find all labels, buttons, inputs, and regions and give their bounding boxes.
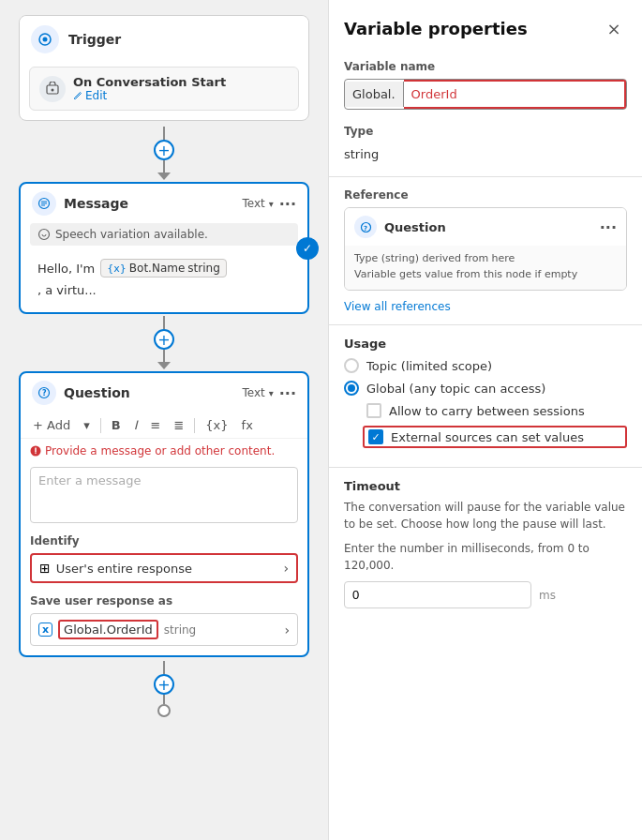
timeout-input-row: ms — [344, 581, 627, 608]
divider-1 — [329, 176, 642, 177]
var-name-value[interactable]: OrderId — [404, 80, 626, 109]
save-row[interactable]: x Global.OrderId string › — [30, 613, 298, 646]
speech-variation: Speech variation available. — [30, 223, 298, 246]
trigger-subcard-text: On Conversation Start Edit — [73, 75, 226, 102]
identify-label: Identify — [21, 531, 307, 549]
bold-btn[interactable]: B — [109, 416, 124, 434]
ref-icon: ? — [354, 216, 377, 238]
timeout-unit: ms — [539, 589, 556, 602]
add-btn[interactable]: + Add — [30, 416, 73, 434]
message-header: Message Text ▾ ··· — [21, 184, 307, 223]
checkbox-carry[interactable]: Allow to carry between sessions — [366, 403, 627, 418]
radio-topic-label: Topic (limited scope) — [366, 359, 492, 373]
bot-name-chip[interactable]: {x} Bot.Name string — [100, 259, 226, 278]
reference-card: ? Question ··· Type (string) derived fro… — [344, 207, 627, 291]
list-btn[interactable]: ≡ — [148, 416, 164, 434]
reference-section: Reference ? Question ··· Type (string) d… — [329, 181, 642, 321]
type-value: string — [344, 143, 627, 165]
trigger-subcard-label: On Conversation Start — [73, 75, 226, 89]
connector-line-2 — [163, 160, 165, 173]
identify-value: User's entire response — [56, 562, 192, 576]
type-label: Type — [344, 125, 627, 138]
trigger-subcard: On Conversation Start Edit — [29, 67, 299, 111]
question-header: ? Question Text ▾ ··· — [21, 373, 307, 412]
toolbar-sep-2 — [194, 418, 195, 433]
right-panel: Variable properties × Variable name Glob… — [328, 0, 642, 840]
ref-desc-2: Variable gets value from this node if em… — [354, 267, 617, 283]
svg-point-1 — [43, 38, 48, 42]
timeout-title: Timeout — [344, 479, 627, 493]
close-btn[interactable]: × — [601, 15, 627, 41]
message-type-badge[interactable]: Text ▾ — [242, 197, 273, 210]
message-header-left: Message — [32, 191, 128, 216]
add-chevron[interactable]: ▾ — [81, 416, 93, 434]
usage-section: Usage Topic (limited scope) Global (any … — [329, 329, 642, 463]
var-prefix: Global. — [345, 82, 404, 107]
ref-desc-1: Type (string) derived from here — [354, 251, 617, 267]
chevron-right-icon-2: › — [284, 622, 290, 638]
bottom-line-2 — [163, 695, 165, 704]
reference-card-body: Type (string) derived from here Variable… — [345, 246, 626, 290]
view-all-refs-link[interactable]: View all references — [344, 300, 451, 313]
var-btn[interactable]: {x} — [202, 416, 231, 434]
italic-btn[interactable]: I — [131, 416, 141, 434]
message-textarea[interactable]: Enter a message — [30, 467, 298, 523]
svg-text:?: ? — [42, 389, 47, 398]
timeout-section: Timeout The conversation will pause for … — [329, 472, 642, 616]
save-var-x-icon: x — [38, 622, 52, 637]
bottom-line — [163, 661, 165, 674]
numbered-list-btn[interactable]: ≣ — [171, 416, 187, 434]
message-more-btn[interactable]: ··· — [279, 195, 296, 213]
checkbox-carry-box[interactable] — [366, 403, 381, 418]
save-inner: x Global.OrderId string — [38, 620, 196, 639]
chevron-down-icon: ▾ — [269, 199, 274, 209]
reference-card-left: ? Question — [354, 216, 446, 238]
checkbox-external-box[interactable]: ✓ — [368, 429, 383, 444]
question-type-badge[interactable]: Text ▾ — [242, 386, 273, 399]
variable-name-section: Variable name Global. OrderId — [329, 52, 642, 117]
bottom-connector: + — [154, 661, 174, 717]
radio-topic[interactable]: Topic (limited scope) — [344, 358, 627, 373]
add-node-btn-1[interactable]: + — [154, 140, 174, 160]
connector-2: + — [154, 316, 174, 369]
var-x-icon: {x} — [107, 262, 127, 275]
checkbox-group: Allow to carry between sessions ✓ Extern… — [344, 403, 627, 448]
divider-2 — [329, 324, 642, 325]
svg-point-5 — [39, 230, 50, 240]
question-icon: ? — [32, 381, 56, 405]
message-title: Message — [64, 196, 128, 211]
message-header-right: Text ▾ ··· — [242, 195, 296, 213]
ref-more-btn[interactable]: ··· — [600, 218, 617, 236]
svg-point-9 — [35, 453, 36, 454]
question-toolbar: + Add ▾ B I ≡ ≣ {x} fx — [21, 412, 307, 439]
panel-header: Variable properties × — [329, 0, 642, 52]
end-circle — [157, 704, 171, 717]
question-header-right: Text ▾ ··· — [242, 384, 296, 402]
usage-title: Usage — [344, 337, 627, 351]
save-var-type: string — [164, 623, 196, 637]
check-badge: ✓ — [296, 237, 319, 260]
connector-line-3 — [163, 316, 165, 329]
reference-label: Reference — [344, 188, 627, 202]
trigger-icon — [31, 25, 59, 53]
svg-text:?: ? — [364, 224, 367, 232]
identify-row[interactable]: ⊞ User's entire response › — [30, 553, 298, 583]
variable-name-label: Variable name — [344, 60, 627, 73]
radio-global[interactable]: Global (any topic can access) — [344, 381, 627, 396]
save-label: Save user response as — [21, 591, 307, 609]
connector-line-4 — [163, 350, 165, 363]
save-var-name: Global.OrderId — [58, 620, 158, 639]
chevron-right-icon: › — [283, 561, 289, 576]
edit-link[interactable]: Edit — [73, 89, 226, 102]
timeout-input[interactable] — [344, 581, 531, 608]
connector-1: + — [154, 127, 174, 180]
identify-inner: ⊞ User's entire response — [39, 561, 192, 576]
add-node-btn-3[interactable]: + — [154, 674, 174, 695]
add-node-btn-2[interactable]: + — [154, 329, 174, 350]
checkbox-external-label: External sources can set values — [391, 430, 584, 444]
formula-btn[interactable]: fx — [239, 416, 256, 434]
trigger-header: Trigger — [20, 16, 308, 63]
question-more-btn[interactable]: ··· — [279, 384, 296, 402]
checkbox-external[interactable]: ✓ External sources can set values — [363, 426, 627, 448]
chevron-down-icon-2: ▾ — [269, 388, 274, 398]
